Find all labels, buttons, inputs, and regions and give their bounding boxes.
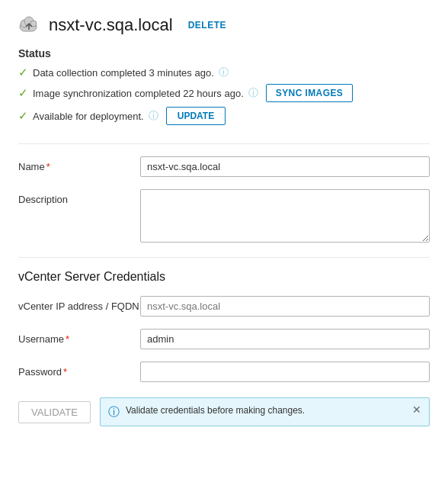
username-label: Username* [18,329,140,345]
info-icon-1[interactable]: ⓘ [219,66,229,79]
validate-button[interactable]: VALIDATE [18,401,91,423]
page-title: nsxt-vc.sqa.local [49,15,173,35]
banner-close-button[interactable]: ✕ [412,404,421,415]
ip-input[interactable] [140,296,430,317]
info-icon-2[interactable]: ⓘ [248,86,258,100]
username-field [140,329,430,349]
name-field [140,156,430,177]
status-text-2: Image synchronization completed 22 hours… [33,88,244,99]
main-container: nsxt-vc.sqa.local DELETE Status ✓ Data c… [0,0,448,442]
status-row-datacollection: ✓ Data collection completed 3 minutes ag… [18,66,430,79]
password-field-row: Password* [18,362,430,382]
username-input[interactable] [140,329,430,349]
banner-info-icon: ⓘ [108,405,120,420]
check-icon-3: ✓ [18,109,28,123]
divider-1 [18,143,430,144]
status-row-imagesync: ✓ Image synchronization completed 22 hou… [18,84,430,102]
name-label: Name* [18,156,140,172]
validate-row: VALIDATE ⓘ Validate credentials before m… [18,397,430,426]
description-label: Description [18,189,140,205]
description-textarea[interactable] [140,189,430,243]
credentials-section-title: vCenter Server Credentials [18,270,430,284]
name-input[interactable] [140,156,430,177]
divider-2 [18,257,430,258]
status-heading: Status [18,47,430,59]
password-label: Password* [18,362,140,378]
sync-images-button[interactable]: SYNC IMAGES [266,84,353,102]
name-field-row: Name* [18,156,430,177]
description-field-row: Description [18,189,430,245]
header: nsxt-vc.sqa.local DELETE [18,15,430,35]
validate-info-banner: ⓘ Validate credentials before making cha… [100,397,430,426]
banner-text: Validate credentials before making chang… [126,404,406,417]
password-required: * [63,366,67,378]
name-required: * [46,161,50,172]
username-required: * [66,333,69,345]
status-text-3: Available for deployment. [33,111,144,122]
info-icon-3[interactable]: ⓘ [149,109,158,123]
status-section: Status ✓ Data collection completed 3 min… [18,47,430,125]
update-button[interactable]: UPDATE [166,107,226,125]
delete-button[interactable]: DELETE [188,20,226,31]
check-icon-2: ✓ [18,86,28,100]
password-input[interactable] [140,362,430,382]
cloud-icon [18,16,40,34]
description-field [140,189,430,245]
check-icon-1: ✓ [18,66,28,79]
password-field [140,362,430,382]
ip-field [140,296,430,317]
ip-label: vCenter IP address / FQDN [18,296,140,312]
ip-field-row: vCenter IP address / FQDN [18,296,430,317]
status-row-deployment: ✓ Available for deployment. ⓘ UPDATE [18,107,430,125]
status-text-1: Data collection completed 3 minutes ago. [33,67,214,79]
username-field-row: Username* [18,329,430,349]
